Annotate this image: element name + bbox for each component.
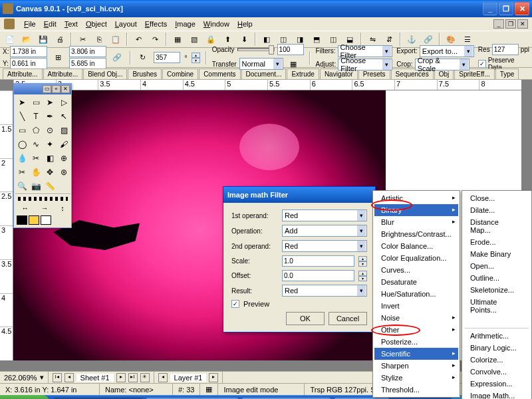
print-icon[interactable]: 🖨	[53, 32, 67, 47]
tab-item[interactable]: Attribute...	[43, 68, 83, 79]
menu-item[interactable]: Colorize...	[464, 354, 530, 366]
menu-item[interactable]: Brightness/Contrast...	[374, 228, 458, 240]
result-select[interactable]: Red	[282, 285, 367, 297]
toolbox-close[interactable]: ✕	[61, 85, 70, 93]
menu-item[interactable]: Other	[374, 324, 458, 336]
w-input[interactable]	[69, 46, 106, 57]
menu-item[interactable]: Expression...	[464, 378, 530, 390]
direct-tool[interactable]: ▷	[57, 96, 70, 109]
sheet-name[interactable]: Sheet #1	[76, 374, 114, 382]
transfer-select[interactable]: Normal	[239, 58, 283, 70]
res-input[interactable]	[492, 44, 519, 55]
line-tool[interactable]: ╲	[15, 110, 29, 123]
tab-item[interactable]: Extrude	[287, 68, 319, 79]
menu-item[interactable]: Sharpen	[374, 360, 458, 372]
menu-item[interactable]: Color Equalization...	[374, 252, 458, 264]
maximize-button[interactable]: ❐	[499, 2, 513, 15]
swatch-yellow[interactable]	[29, 215, 39, 225]
clone-tool[interactable]: ⊕	[57, 152, 70, 165]
brush-tool[interactable]: 🖌	[57, 138, 70, 151]
rotate-icon[interactable]: ↻	[136, 51, 150, 65]
marquee-tool[interactable]: ▭	[29, 96, 43, 109]
nav-next[interactable]: ▸	[116, 373, 126, 382]
menu-image[interactable]: Image	[171, 19, 200, 29]
menu-item[interactable]: Convolve...	[464, 366, 530, 378]
zoom-tool[interactable]: 🔍	[15, 180, 29, 193]
measure-tool[interactable]: 📏	[43, 180, 57, 193]
paste-icon[interactable]: 📋	[108, 32, 123, 47]
preview-checkbox[interactable]: ✓	[231, 300, 239, 308]
menu-item[interactable]: Open...	[464, 260, 530, 272]
adjust-select[interactable]: Choose Filter	[338, 59, 392, 70]
menu-item[interactable]: Color Balance...	[374, 240, 458, 252]
pointer-tool[interactable]: ➤	[15, 96, 29, 109]
eyedrop-tool[interactable]: 💧	[15, 152, 29, 165]
blank-tool[interactable]	[57, 180, 70, 193]
mdi-minimize[interactable]: _	[493, 19, 504, 29]
layer-prev[interactable]: ◂	[158, 373, 168, 382]
dialog-title[interactable]: Image math Filter	[223, 187, 375, 203]
mdi-restore[interactable]: ❐	[505, 19, 516, 29]
x-input[interactable]	[10, 46, 47, 57]
y-input[interactable]	[10, 58, 47, 69]
rotate-down[interactable]: ▾	[192, 58, 200, 63]
menu-item[interactable]: Blur	[374, 216, 458, 228]
menu-edit[interactable]: Edit	[40, 19, 61, 29]
tab-item[interactable]: Attribute...	[3, 68, 43, 79]
tab-item[interactable]: Type	[495, 68, 519, 79]
menu-layout[interactable]: Layout	[111, 19, 141, 29]
crop-tool[interactable]: ✂	[29, 152, 43, 165]
menu-item[interactable]: Stylize	[374, 372, 458, 384]
cut-icon[interactable]: ✂	[75, 32, 90, 47]
menu-item[interactable]: Posterize...	[374, 336, 458, 348]
copy-icon[interactable]: ⎘	[92, 32, 106, 47]
menu-text[interactable]: Text	[61, 19, 82, 29]
menu-effects[interactable]: Effects	[141, 19, 171, 29]
move-tool[interactable]: ✥	[43, 166, 57, 179]
open-icon[interactable]: 📂	[19, 32, 34, 47]
swatch-white[interactable]	[41, 215, 51, 225]
fill-tool[interactable]: ▨	[57, 124, 70, 137]
rotate-up[interactable]: ▴	[192, 53, 200, 58]
nav-first[interactable]: I◂	[53, 373, 62, 382]
export-select[interactable]: Export to...	[420, 45, 474, 57]
filters-select[interactable]: Choose Filter	[338, 45, 392, 57]
scale-input[interactable]	[282, 255, 354, 267]
hand-tool[interactable]: ✋	[29, 166, 43, 179]
ok-button[interactable]: OK	[286, 312, 325, 325]
menu-item[interactable]: Skeletonize...	[464, 284, 530, 296]
menu-item[interactable]: Make Binary	[464, 248, 530, 260]
wand-tool[interactable]: ✦	[43, 138, 57, 151]
nav-prev[interactable]: ◂	[65, 373, 74, 382]
toolbox-more[interactable]: «	[52, 85, 61, 93]
preserve-checkbox[interactable]: ✓	[478, 60, 486, 68]
tab-item[interactable]: Blend Obj...	[83, 68, 127, 79]
tab-item[interactable]: Combine	[162, 68, 198, 79]
layer-name[interactable]: Layer #1	[170, 374, 207, 382]
minimize-button[interactable]: _	[483, 2, 497, 15]
rect-tool[interactable]: ▭	[15, 124, 29, 137]
lasso-tool[interactable]: ⊙	[43, 124, 57, 137]
menu-item[interactable]: Scientific	[374, 348, 458, 360]
group-icon[interactable]: ▦	[170, 32, 185, 47]
curve-tool[interactable]: ∿	[29, 138, 43, 151]
menu-item[interactable]: Desaturate	[374, 276, 458, 288]
menu-item[interactable]: Artistic	[374, 192, 458, 204]
ellipse-tool[interactable]: ◯	[15, 138, 29, 151]
scissors-tool[interactable]: ✂	[15, 166, 29, 179]
h-input[interactable]	[69, 58, 106, 69]
redo-icon[interactable]: ↷	[148, 32, 162, 47]
cancel-button[interactable]: Cancel	[329, 312, 367, 325]
menu-item[interactable]: Hue/Saturation...	[374, 288, 458, 300]
undo-icon[interactable]: ↶	[131, 32, 146, 47]
selection-tool[interactable]: ➤	[43, 96, 57, 109]
dimensions-icon[interactable]: ⊞	[51, 51, 65, 65]
menu-item[interactable]: Erode...	[464, 236, 530, 248]
start-button[interactable]: start	[0, 395, 50, 399]
nav-last[interactable]: ▸I	[128, 373, 138, 382]
polygon-tool[interactable]: ⬠	[29, 124, 43, 137]
pen-tool[interactable]: ✒	[43, 110, 57, 123]
crop-select[interactable]: Crop & Scale	[415, 59, 469, 70]
rotate-input[interactable]	[154, 52, 180, 63]
layer-next[interactable]: ▸	[209, 373, 218, 382]
